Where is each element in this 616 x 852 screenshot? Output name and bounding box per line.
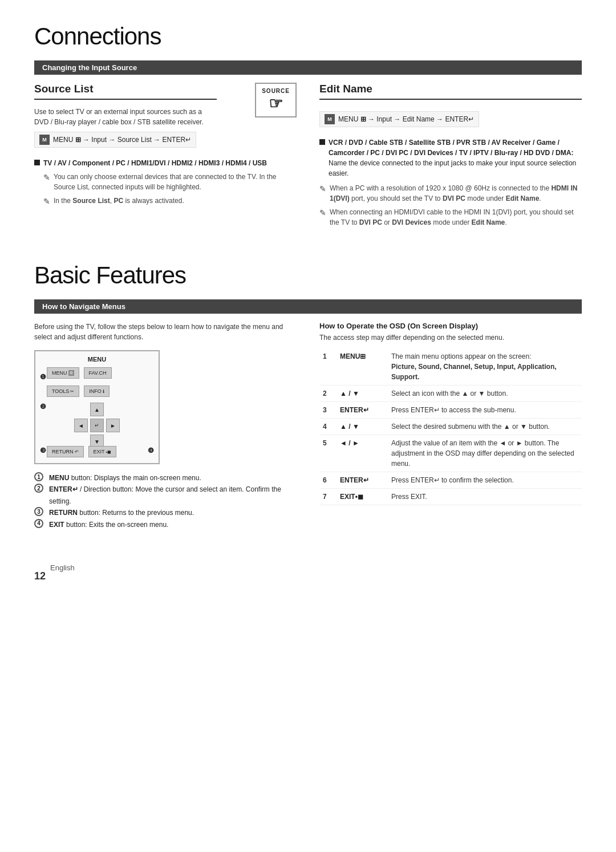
navigate-menus-header: How to Navigate Menus bbox=[34, 299, 582, 314]
source-list-description: Use to select TV or an external input so… bbox=[34, 107, 217, 127]
osd-desc-3: Press ENTER↵ to access the sub-menu. bbox=[388, 402, 582, 419]
osd-row-4: 4 ▲ / ▼ Select the desired submenu with … bbox=[319, 419, 582, 435]
remote-up-btn: ▲ bbox=[90, 403, 104, 416]
osd-desc-1: The main menu options appear on the scre… bbox=[388, 348, 582, 386]
source-button-icon: SOURCE ☞ bbox=[255, 83, 297, 117]
osd-key-5: ◄ / ► bbox=[337, 435, 388, 472]
osd-table-body: 1 MENU⊞ The main menu options appear on … bbox=[319, 348, 582, 505]
osd-col: How to Operate the OSD (On Screen Displa… bbox=[319, 322, 582, 536]
note-icon-1: ✎ bbox=[43, 172, 50, 192]
connections-title: Connections bbox=[34, 23, 582, 50]
note-icon-2: ✎ bbox=[43, 196, 50, 208]
annotation-1-marker: ❶ bbox=[40, 373, 46, 381]
osd-row-3: 3 ENTER↵ Press ENTER↵ to access the sub-… bbox=[319, 402, 582, 419]
osd-row-2: 2 ▲ / ▼ Select an icon with the ▲ or ▼ b… bbox=[319, 386, 582, 402]
annot-num-2: 2 bbox=[34, 484, 43, 493]
remote-dpad: ▲ ▼ ◄ ► ↵ bbox=[74, 403, 120, 448]
remote-menu-btn: MENU ⊞ bbox=[47, 367, 79, 379]
annotation-item-2: 2 ENTER↵ / Direction button: Move the cu… bbox=[34, 484, 297, 507]
navigate-intro: Before using the TV, follow the steps be… bbox=[34, 322, 297, 342]
osd-subtitle: The access step may differ depending on … bbox=[319, 332, 582, 343]
remote-tools-btn: TOOLS ✂ bbox=[47, 386, 79, 397]
annotation-2-marker: ❷ bbox=[40, 403, 46, 411]
annot-text-2: ENTER↵ / Direction button: Move the curs… bbox=[49, 484, 297, 507]
remote-top-row: MENU ⊞ FAV.CH bbox=[47, 367, 112, 379]
page-language: English bbox=[50, 563, 75, 572]
osd-row-6: 6 ENTER↵ Press ENTER↵ to confirm the sel… bbox=[319, 472, 582, 489]
edit-name-note-2: When connecting an HDMI/DVI cable to the… bbox=[330, 207, 582, 228]
source-hand-icon: ☞ bbox=[262, 94, 290, 113]
edit-name-title: Edit Name bbox=[319, 83, 582, 100]
remote-tools-label: TOOLS bbox=[52, 388, 69, 394]
annot-text-3: RETURN button: Returns to the previous m… bbox=[49, 507, 194, 518]
source-path-text: MENU ⊞ → Input → Source List → ENTER↵ bbox=[53, 136, 191, 144]
source-inputs-bold: TV / AV / Component / PC / HDMI1/DVI / H… bbox=[43, 159, 267, 167]
menu-icon-2: M bbox=[325, 114, 335, 124]
annot-num-3: 3 bbox=[34, 507, 43, 516]
bullet-icon-2 bbox=[319, 139, 325, 145]
osd-key-4: ▲ / ▼ bbox=[337, 419, 388, 435]
remote-favch-btn: FAV.CH bbox=[84, 367, 112, 379]
note-icon-3: ✎ bbox=[319, 183, 326, 204]
annot-num-1: 1 bbox=[34, 472, 43, 481]
osd-key-3: ENTER↵ bbox=[337, 402, 388, 419]
osd-desc-6: Press ENTER↵ to confirm the selection. bbox=[388, 472, 582, 489]
osd-key-6: ENTER↵ bbox=[337, 472, 388, 489]
source-label: SOURCE bbox=[262, 88, 290, 94]
remote-left-btn: ◄ bbox=[74, 419, 88, 432]
remote-dpad-area: ▲ ▼ ◄ ► ↵ bbox=[74, 403, 120, 448]
osd-table: 1 MENU⊞ The main menu options appear on … bbox=[319, 348, 582, 505]
annotation-item-1: 1 MENU button: Displays the main on-scre… bbox=[34, 472, 297, 484]
osd-desc-7: Press EXIT. bbox=[388, 489, 582, 505]
edit-name-note-1: When a PC with a resolution of 1920 x 10… bbox=[330, 183, 582, 204]
remote-diagram: MENU MENU ⊞ FAV.CH TOOLS ✂ bbox=[34, 350, 160, 464]
osd-num-5: 5 bbox=[319, 435, 337, 472]
edit-name-bullets: VCR / DVD / Cable STB / Satellite STB / … bbox=[319, 137, 582, 228]
source-bullet-title: TV / AV / Component / PC / HDMI1/DVI / H… bbox=[43, 158, 267, 168]
osd-title: How to Operate the OSD (On Screen Displa… bbox=[319, 322, 582, 330]
osd-row-1: 1 MENU⊞ The main menu options appear on … bbox=[319, 348, 582, 386]
osd-desc-4: Select the desired submenu with the ▲ or… bbox=[388, 419, 582, 435]
annotation-list: 1 MENU button: Displays the main on-scre… bbox=[34, 472, 297, 530]
osd-num-4: 4 bbox=[319, 419, 337, 435]
remote-tools-icon: ✂ bbox=[70, 389, 74, 394]
annot-text-4: EXIT button: Exits the on-screen menu. bbox=[49, 519, 168, 530]
annotation-4-marker: ❹ bbox=[148, 447, 154, 455]
source-note-2: In the Source List, PC is always activat… bbox=[54, 196, 184, 208]
navigate-menus-col: Before using the TV, follow the steps be… bbox=[34, 322, 297, 536]
remote-menu-btn-label: MENU bbox=[52, 370, 67, 376]
annotation-3-marker: ❸ bbox=[40, 447, 46, 455]
remote-return-btn: RETURN ↶ bbox=[47, 446, 84, 457]
remote-info-icon: ℹ bbox=[103, 389, 104, 394]
annot-num-4: 4 bbox=[34, 519, 43, 528]
osd-desc-5: Adjust the value of an item with the ◄ o… bbox=[388, 435, 582, 472]
source-note-1: You can only choose external devices tha… bbox=[54, 172, 297, 192]
osd-num-1: 1 bbox=[319, 348, 337, 386]
remote-exit-label: EXIT bbox=[94, 449, 105, 455]
source-list-col: Source List Use to select TV or an exter… bbox=[34, 83, 297, 233]
note-icon-4: ✎ bbox=[319, 207, 326, 228]
remote-info-label: INFO bbox=[89, 388, 102, 394]
annotation-item-3: 3 RETURN button: Returns to the previous… bbox=[34, 507, 297, 518]
page-footer: 12 English bbox=[34, 553, 582, 582]
remote-enter-btn: ↵ bbox=[90, 419, 104, 432]
osd-row-5: 5 ◄ / ► Adjust the value of an item with… bbox=[319, 435, 582, 472]
annot-text-1: MENU button: Displays the main on-screen… bbox=[49, 472, 201, 484]
remote-info-btn: INFO ℹ bbox=[84, 386, 110, 397]
remote-second-row: TOOLS ✂ INFO ℹ bbox=[47, 386, 110, 397]
remote-exit-icon: •◼ bbox=[106, 449, 112, 455]
osd-key-2: ▲ / ▼ bbox=[337, 386, 388, 402]
osd-num-7: 7 bbox=[319, 489, 337, 505]
osd-key-1: MENU⊞ bbox=[337, 348, 388, 386]
menu-icon: M bbox=[39, 135, 50, 145]
osd-num-3: 3 bbox=[319, 402, 337, 419]
edit-name-col: Edit Name M MENU ⊞ → Input → Edit Name →… bbox=[319, 83, 582, 233]
osd-key-7: EXIT•◼ bbox=[337, 489, 388, 505]
basic-features-section: Basic Features How to Navigate Menus Bef… bbox=[34, 262, 582, 536]
connections-section: Connections Changing the Input Source So… bbox=[34, 23, 582, 233]
remote-inner: MENU MENU ⊞ FAV.CH TOOLS ✂ bbox=[35, 351, 159, 463]
osd-num-6: 6 bbox=[319, 472, 337, 489]
remote-exit-btn: EXIT •◼ bbox=[88, 446, 117, 457]
osd-row-7: 7 EXIT•◼ Press EXIT. bbox=[319, 489, 582, 505]
remote-bottom-row: RETURN ↶ EXIT •◼ bbox=[47, 446, 116, 457]
